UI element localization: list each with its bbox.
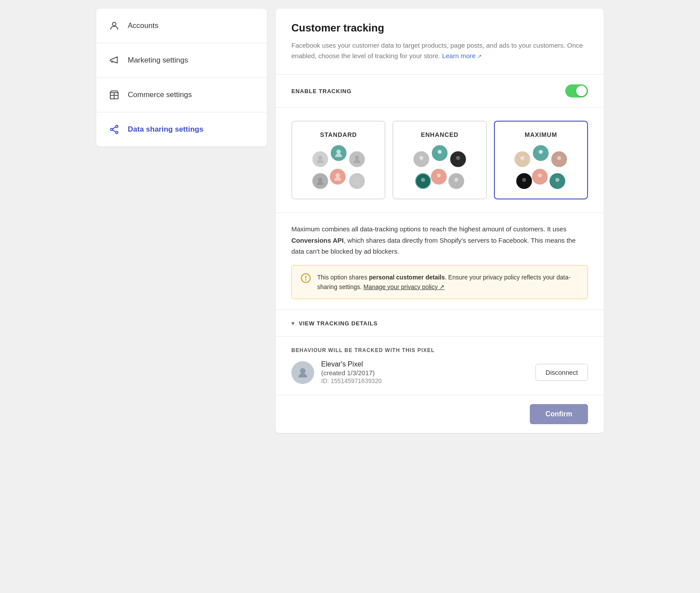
standard-avatar-cluster: [312, 145, 365, 189]
view-tracking-label: VIEW TRACKING DETAILS: [299, 320, 378, 327]
svg-point-21: [539, 150, 543, 154]
av-e2: [450, 151, 466, 167]
svg-point-18: [421, 178, 425, 182]
confirm-row: Confirm: [276, 395, 604, 433]
sidebar-item-commerce-label: Commerce settings: [128, 91, 192, 99]
pixel-row: Elevar's Pixel (created 1/3/2017) ID: 15…: [291, 360, 588, 384]
svg-point-20: [437, 174, 441, 178]
av-m5: [550, 173, 565, 189]
sidebar-item-commerce[interactable]: Commerce settings: [96, 78, 267, 112]
sidebar-item-accounts[interactable]: Accounts: [96, 9, 267, 43]
main-content: Customer tracking Facebook uses your cus…: [276, 9, 604, 577]
svg-point-17: [419, 156, 423, 160]
chevron-down-icon: ▾: [291, 320, 294, 327]
tracking-option-enhanced[interactable]: ENHANCED: [392, 121, 486, 199]
av-e4: [415, 173, 431, 189]
av-m3: [514, 151, 530, 167]
av-e1: [432, 145, 448, 161]
confirm-button[interactable]: Confirm: [530, 404, 588, 424]
maximum-avatar-cluster: [514, 145, 567, 189]
enhanced-avatar-cluster: [413, 145, 466, 189]
title-section: Customer tracking Facebook uses your cus…: [276, 9, 604, 75]
av-m4: [516, 173, 532, 189]
avatar-2: [349, 151, 365, 167]
warning-text: This option shares personal customer det…: [317, 272, 579, 292]
disconnect-button[interactable]: Disconnect: [536, 364, 588, 381]
maximum-label: MAXIMUM: [502, 131, 580, 138]
avatar-3: [312, 151, 328, 167]
warning-box: This option shares personal customer det…: [291, 265, 588, 300]
sidebar-item-accounts-label: Accounts: [128, 21, 158, 30]
svg-point-15: [438, 150, 441, 154]
svg-point-30: [300, 368, 306, 374]
description-paragraph: Maximum combines all data-tracking optio…: [291, 223, 588, 257]
store-icon: [108, 89, 120, 101]
enhanced-label: ENHANCED: [400, 131, 479, 138]
pixel-name: Elevar's Pixel: [321, 360, 382, 368]
sidebar-item-data-sharing[interactable]: Data sharing settings: [96, 112, 267, 147]
enable-tracking-label: ENABLE TRACKING: [291, 88, 351, 94]
av-m1: [533, 145, 549, 161]
pixel-info: Elevar's Pixel (created 1/3/2017) ID: 15…: [291, 360, 382, 384]
sidebar-item-marketing[interactable]: Marketing settings: [96, 43, 267, 78]
subtitle-text: Facebook uses your customer data to targ…: [291, 40, 588, 61]
svg-line-8: [112, 130, 116, 132]
pixel-details: Elevar's Pixel (created 1/3/2017) ID: 15…: [321, 360, 382, 384]
enable-tracking-toggle[interactable]: [565, 84, 588, 98]
svg-point-0: [112, 22, 116, 26]
svg-point-23: [521, 156, 525, 160]
description-section: Maximum combines all data-tracking optio…: [276, 213, 604, 310]
warning-icon: [301, 273, 311, 283]
av-m2: [551, 151, 567, 167]
svg-point-24: [522, 178, 526, 182]
av-m6: [532, 169, 548, 185]
svg-point-13: [355, 178, 359, 182]
privacy-policy-link[interactable]: Manage your privacy policy ↗: [364, 283, 445, 290]
external-link-icon: ↗: [477, 53, 482, 59]
svg-point-22: [557, 156, 561, 160]
learn-more-link[interactable]: Learn more ↗: [442, 52, 482, 59]
svg-point-26: [538, 174, 542, 178]
sidebar-item-marketing-label: Marketing settings: [128, 56, 188, 65]
svg-point-29: [305, 279, 307, 280]
toggle-knob: [576, 86, 587, 96]
view-tracking-details[interactable]: ▾ VIEW TRACKING DETAILS: [276, 310, 604, 337]
svg-point-11: [318, 156, 322, 160]
svg-point-10: [355, 156, 359, 160]
avatar-6: [330, 169, 346, 185]
av-e6: [431, 169, 447, 185]
megaphone-icon: [108, 55, 120, 66]
share-icon: [108, 124, 120, 135]
svg-point-14: [336, 173, 340, 178]
standard-label: STANDARD: [299, 131, 378, 138]
pixel-id: ID: 155145971639320: [321, 377, 382, 384]
svg-point-12: [318, 178, 322, 182]
tracking-option-standard[interactable]: STANDARD: [291, 121, 385, 199]
sidebar-item-data-sharing-label: Data sharing settings: [128, 125, 203, 134]
svg-point-25: [556, 178, 560, 182]
page-title: Customer tracking: [291, 22, 588, 34]
pixel-avatar: [291, 361, 314, 384]
avatar-4: [312, 173, 328, 189]
avatar-1: [331, 145, 346, 161]
person-icon: [108, 20, 120, 31]
av-e5: [448, 173, 464, 189]
tracking-options-section: STANDARD: [276, 108, 604, 213]
pixel-section: BEHAVIOUR WILL BE TRACKED WITH THIS PIXE…: [276, 337, 604, 395]
pixel-section-title: BEHAVIOUR WILL BE TRACKED WITH THIS PIXE…: [291, 347, 588, 353]
svg-point-9: [336, 150, 341, 154]
pixel-created: (created 1/3/2017): [321, 369, 382, 377]
sidebar: Accounts Marketing settings Commerce s: [96, 9, 267, 147]
avatar-5: [349, 173, 365, 189]
svg-point-16: [456, 156, 460, 160]
customer-tracking-card: Customer tracking Facebook uses your cus…: [276, 9, 604, 433]
tracking-option-maximum[interactable]: MAXIMUM: [494, 121, 588, 199]
svg-point-19: [454, 178, 458, 182]
av-e3: [413, 151, 429, 167]
enable-tracking-row: ENABLE TRACKING: [276, 75, 604, 108]
svg-line-7: [112, 127, 116, 129]
